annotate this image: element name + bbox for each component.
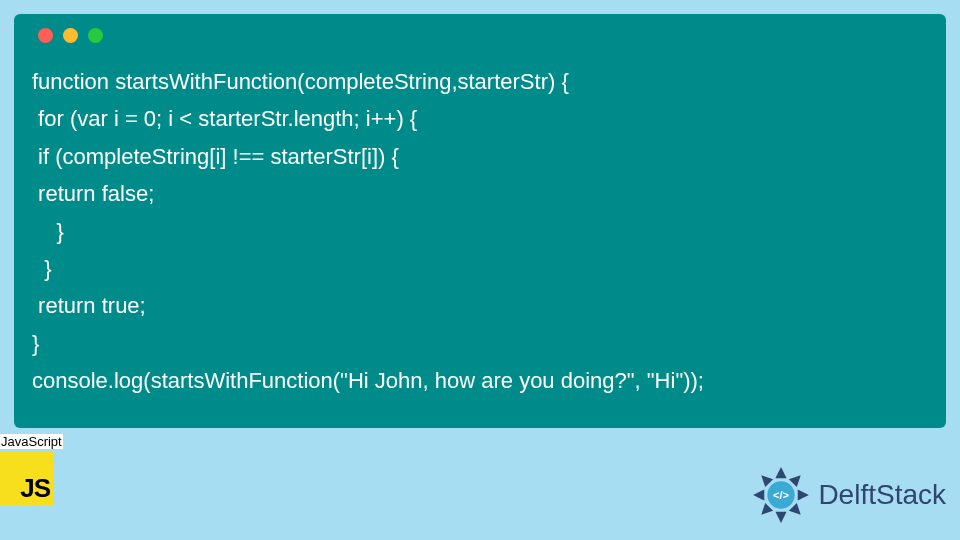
js-logo-text: JS bbox=[20, 473, 54, 506]
svg-text:</>: </> bbox=[773, 489, 790, 501]
svg-marker-2 bbox=[798, 489, 809, 500]
code-line: } bbox=[32, 256, 52, 281]
code-line: if (completeString[i] !== starterStr[i])… bbox=[32, 144, 399, 169]
code-window: function startsWithFunction(completeStri… bbox=[14, 14, 946, 428]
svg-marker-1 bbox=[789, 471, 805, 487]
brand-logo-icon: </> bbox=[750, 464, 812, 526]
code-line: console.log(startsWithFunction("Hi John,… bbox=[32, 368, 704, 393]
minimize-icon[interactable] bbox=[63, 28, 78, 43]
svg-marker-5 bbox=[758, 503, 774, 519]
svg-marker-7 bbox=[758, 471, 774, 487]
code-line: function startsWithFunction(completeStri… bbox=[32, 69, 569, 94]
svg-marker-4 bbox=[776, 512, 787, 523]
brand-name: DelftStack bbox=[818, 479, 946, 511]
language-badge: JavaScript JS bbox=[0, 432, 70, 506]
svg-marker-6 bbox=[753, 489, 764, 500]
svg-marker-3 bbox=[789, 503, 805, 519]
brand: </> DelftStack bbox=[750, 464, 946, 526]
window-controls bbox=[38, 28, 928, 43]
close-icon[interactable] bbox=[38, 28, 53, 43]
code-line: for (var i = 0; i < starterStr.length; i… bbox=[32, 106, 417, 131]
code-line: } bbox=[32, 219, 64, 244]
code-line: return false; bbox=[32, 181, 154, 206]
code-block: function startsWithFunction(completeStri… bbox=[32, 63, 928, 400]
code-line: return true; bbox=[32, 293, 146, 318]
code-line: } bbox=[32, 331, 39, 356]
maximize-icon[interactable] bbox=[88, 28, 103, 43]
javascript-logo-icon: JS bbox=[0, 452, 54, 506]
svg-marker-0 bbox=[776, 467, 787, 478]
language-label: JavaScript bbox=[0, 434, 63, 449]
